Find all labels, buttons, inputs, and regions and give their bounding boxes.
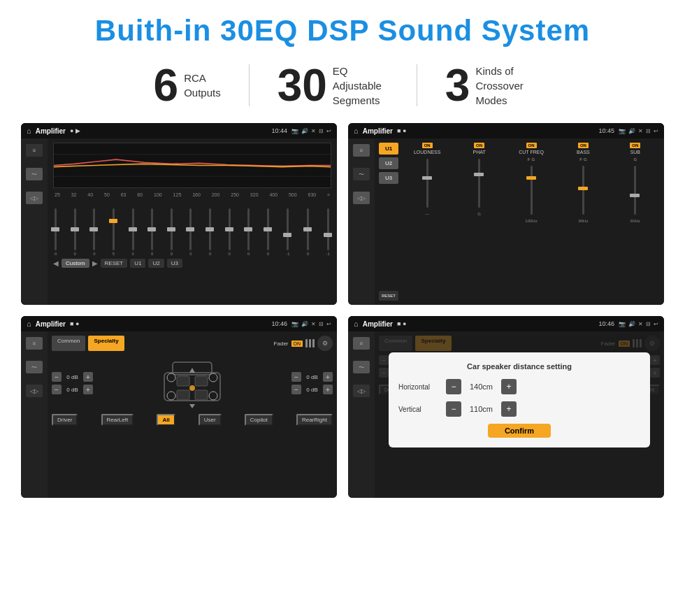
zone-rl-plus[interactable]: + — [83, 385, 93, 394]
tab-common[interactable]: Common — [52, 336, 85, 351]
vertical-minus-button[interactable]: − — [446, 401, 461, 417]
eq-slider-2[interactable]: 0 — [93, 208, 95, 256]
zone-rr-minus[interactable]: − — [291, 385, 301, 394]
all-button[interactable]: All — [157, 414, 175, 426]
vertical-control: − 110cm + — [446, 401, 517, 417]
zones-sidebar-eq-icon[interactable]: ≡ — [26, 337, 43, 350]
distance-topbar-time: 10:46 — [598, 320, 614, 327]
sub-val: 60Hz — [630, 219, 640, 223]
distance-home-icon[interactable]: ⌂ — [354, 320, 359, 328]
zone-control-rl: − 0 dB + — [52, 385, 93, 394]
eq-slider-10[interactable]: 0 — [247, 208, 250, 256]
eq-slider-9[interactable]: 0 — [228, 208, 230, 256]
zones-back-icon: ↩ — [326, 321, 331, 327]
crossover-home-icon[interactable]: ⌂ — [354, 127, 359, 135]
sub-slider[interactable] — [634, 166, 636, 215]
eq-slider-12[interactable]: -1 — [286, 208, 289, 256]
eq-slider-0[interactable]: 0 — [55, 208, 57, 256]
eq-val-11: 0 — [267, 252, 269, 256]
zone-fr-plus[interactable]: + — [323, 372, 333, 382]
eq-slider-14[interactable]: -1 — [326, 208, 330, 256]
eq-slider-8[interactable]: 0 — [209, 208, 211, 256]
eq-slider-7[interactable]: 0 — [189, 208, 192, 256]
eq-topbar: ⌂ Amplifier ● ▶ 10:44 📷 🔊 ✕ ⊟ ↩ — [21, 123, 337, 138]
crossover-sidebar-wave-icon[interactable]: 〜 — [353, 168, 370, 180]
eq-sidebar-speaker-icon[interactable]: ◁▷ — [26, 192, 43, 204]
copilot-button[interactable]: Copilot — [245, 414, 273, 426]
zone-rr-plus[interactable]: + — [323, 385, 333, 394]
freq-25: 25 — [55, 192, 60, 197]
phat-slider[interactable] — [478, 159, 480, 208]
zone-fl-minus[interactable]: − — [52, 372, 62, 382]
preset-u1[interactable]: U1 — [379, 143, 398, 155]
zones-home-icon[interactable]: ⌂ — [27, 320, 31, 328]
cutfreq-slider[interactable] — [531, 166, 533, 215]
crossover-controls-grid: ON LOUDNESS — ON PHAT G — [403, 143, 660, 301]
stat-label-rca: RCAOutputs — [184, 71, 221, 100]
driver-button[interactable]: Driver — [52, 414, 78, 426]
zone-fr-minus[interactable]: − — [291, 372, 301, 382]
freq-63: 63 — [121, 192, 127, 197]
fader-bar-1 — [305, 339, 308, 348]
eq-topbar-title: Amplifier — [36, 127, 66, 135]
phat-val: G — [477, 212, 481, 216]
vertical-plus-button[interactable]: + — [501, 401, 517, 417]
eq-u1-button[interactable]: U1 — [130, 259, 145, 268]
zones-left-controls: − 0 dB + − 0 dB + — [52, 372, 93, 394]
bass-slider[interactable] — [582, 166, 584, 215]
eq-slider-1[interactable]: 0 — [74, 208, 76, 256]
zone-rl-minus[interactable]: − — [52, 385, 62, 394]
phat-control: ON PHAT G — [454, 143, 503, 301]
eq-slider-4[interactable]: 0 — [131, 208, 134, 256]
loudness-slider[interactable] — [426, 159, 428, 208]
rear-left-button[interactable]: RearLeft — [101, 414, 134, 426]
rear-right-button[interactable]: RearRight — [296, 414, 333, 426]
distance-sidebar-eq-icon[interactable]: ≡ — [353, 337, 370, 350]
eq-sliders-container: 0 0 0 5 — [53, 200, 331, 256]
crossover-sidebar-speaker-icon[interactable]: ◁▷ — [353, 192, 370, 204]
preset-u2[interactable]: U2 — [379, 157, 398, 169]
eq-val-3: 5 — [113, 252, 115, 256]
crossover-back-icon: ↩ — [654, 128, 658, 134]
eq-reset-button[interactable]: RESET — [101, 259, 128, 268]
eq-slider-5[interactable]: 0 — [151, 208, 153, 256]
eq-u3-button[interactable]: U3 — [167, 259, 182, 268]
eq-slider-6[interactable]: 0 — [171, 208, 173, 256]
crossover-reset-button[interactable]: RESET — [379, 291, 398, 301]
eq-prev-icon[interactable]: ◀ — [53, 259, 59, 267]
zones-close-icon: ✕ — [311, 321, 316, 327]
fader-area: Fader ON ⚙ — [274, 336, 333, 351]
eq-u2-button[interactable]: U2 — [148, 259, 164, 268]
horizontal-minus-button[interactable]: − — [446, 379, 461, 394]
svg-rect-9 — [177, 376, 189, 386]
user-button[interactable]: User — [199, 414, 222, 426]
eq-screen-content: ≡ 〜 ◁▷ — [21, 138, 337, 305]
eq-custom-button[interactable]: Custom — [62, 259, 89, 268]
settings-icon[interactable]: ⚙ — [317, 336, 333, 351]
tab-specialty[interactable]: Specialty — [88, 336, 124, 351]
home-icon[interactable]: ⌂ — [27, 127, 31, 135]
stat-eq: 30 EQ AdjustableSegments — [250, 63, 417, 108]
zone-fl-plus[interactable]: + — [83, 372, 93, 382]
eq-sidebar-wave-icon[interactable]: 〜 — [26, 168, 43, 180]
eq-slider-3[interactable]: 5 — [113, 208, 115, 256]
cutfreq-label: CUT FREQ — [519, 150, 544, 155]
preset-u3[interactable]: U3 — [379, 172, 398, 184]
eq-bottom-controls: ◀ Custom ▶ RESET U1 U2 U3 — [53, 259, 331, 268]
eq-graph — [53, 143, 331, 188]
confirm-button[interactable]: Confirm — [488, 424, 551, 438]
crossover-sidebar-eq-icon[interactable]: ≡ — [353, 144, 370, 157]
eq-play-icon[interactable]: ▶ — [92, 259, 98, 267]
zones-sidebar-speaker-icon[interactable]: ◁▷ — [26, 385, 43, 397]
zone-control-rr: − 0 dB + — [291, 385, 333, 394]
horizontal-plus-button[interactable]: + — [501, 379, 517, 394]
zones-sidebar-wave-icon[interactable]: 〜 — [26, 361, 43, 373]
crossover-screen-card: ⌂ Amplifier ■ ● 10:45 📷 🔊 ✕ ⊟ ↩ ≡ 〜 ◁▷ — [348, 123, 664, 305]
svg-marker-15 — [189, 404, 195, 408]
eq-slider-11[interactable]: 0 — [267, 208, 269, 256]
crossover-topbar-title: Amplifier — [363, 127, 393, 135]
distance-sidebar-wave-icon[interactable]: 〜 — [353, 361, 370, 373]
eq-sidebar-eq-icon[interactable]: ≡ — [26, 144, 43, 157]
distance-sidebar-speaker-icon[interactable]: ◁▷ — [353, 385, 370, 397]
eq-slider-13[interactable]: 0 — [307, 208, 309, 256]
